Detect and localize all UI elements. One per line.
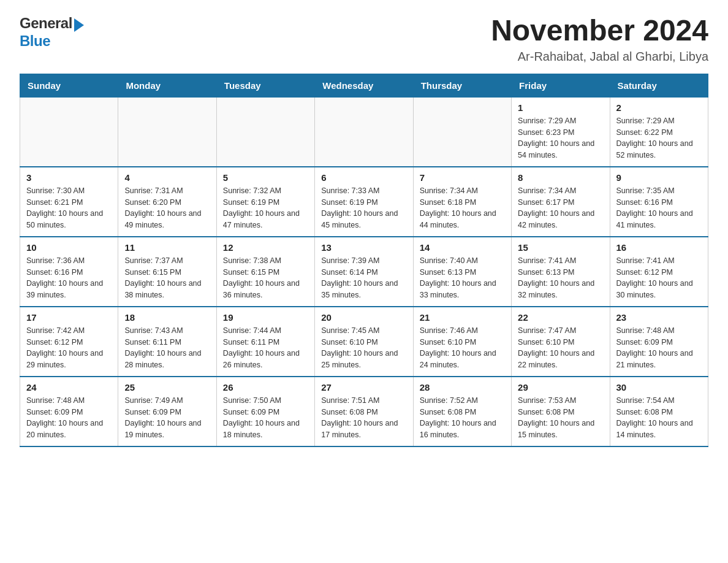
days-of-week-row: SundayMondayTuesdayWednesdayThursdayFrid… <box>20 74 708 97</box>
day-of-week-header: Saturday <box>610 74 708 97</box>
calendar-day-cell: 27Sunrise: 7:51 AMSunset: 6:08 PMDayligh… <box>315 377 413 446</box>
day-info: Sunrise: 7:50 AMSunset: 6:09 PMDaylight:… <box>223 395 308 441</box>
day-info: Sunrise: 7:49 AMSunset: 6:09 PMDaylight:… <box>124 395 210 441</box>
calendar-day-cell <box>216 97 314 167</box>
day-number: 26 <box>223 382 308 393</box>
calendar-day-cell: 22Sunrise: 7:47 AMSunset: 6:10 PMDayligh… <box>512 307 610 377</box>
page-header: General Blue November 2024 Ar-Rahaibat, … <box>20 15 708 64</box>
calendar-day-cell: 7Sunrise: 7:34 AMSunset: 6:18 PMDaylight… <box>413 167 511 237</box>
day-number: 21 <box>420 312 505 323</box>
day-number: 2 <box>616 102 702 113</box>
day-info: Sunrise: 7:46 AMSunset: 6:10 PMDaylight:… <box>420 325 505 371</box>
calendar-day-cell: 17Sunrise: 7:42 AMSunset: 6:12 PMDayligh… <box>20 307 118 377</box>
day-info: Sunrise: 7:54 AMSunset: 6:08 PMDaylight:… <box>616 395 702 441</box>
calendar-subtitle: Ar-Rahaibat, Jabal al Gharbi, Libya <box>491 50 708 64</box>
day-number: 16 <box>616 242 702 253</box>
calendar-table: SundayMondayTuesdayWednesdayThursdayFrid… <box>20 74 708 447</box>
day-number: 30 <box>616 382 702 393</box>
calendar-day-cell: 5Sunrise: 7:32 AMSunset: 6:19 PMDaylight… <box>216 167 314 237</box>
day-info: Sunrise: 7:31 AMSunset: 6:20 PMDaylight:… <box>124 185 210 231</box>
calendar-week-row: 24Sunrise: 7:48 AMSunset: 6:09 PMDayligh… <box>20 377 708 446</box>
day-info: Sunrise: 7:40 AMSunset: 6:13 PMDaylight:… <box>420 255 505 301</box>
calendar-day-cell <box>315 97 413 167</box>
calendar-week-row: 1Sunrise: 7:29 AMSunset: 6:23 PMDaylight… <box>20 97 708 167</box>
day-info: Sunrise: 7:34 AMSunset: 6:17 PMDaylight:… <box>518 185 603 231</box>
day-info: Sunrise: 7:36 AMSunset: 6:16 PMDaylight:… <box>26 255 112 301</box>
day-number: 7 <box>420 172 505 183</box>
day-info: Sunrise: 7:35 AMSunset: 6:16 PMDaylight:… <box>616 185 702 231</box>
calendar-week-row: 3Sunrise: 7:30 AMSunset: 6:21 PMDaylight… <box>20 167 708 237</box>
day-info: Sunrise: 7:29 AMSunset: 6:23 PMDaylight:… <box>518 115 603 161</box>
day-of-week-header: Wednesday <box>315 74 413 97</box>
calendar-day-cell: 15Sunrise: 7:41 AMSunset: 6:13 PMDayligh… <box>512 237 610 307</box>
day-number: 1 <box>518 102 603 113</box>
calendar-day-cell: 26Sunrise: 7:50 AMSunset: 6:09 PMDayligh… <box>216 377 314 446</box>
day-number: 3 <box>26 172 112 183</box>
day-info: Sunrise: 7:48 AMSunset: 6:09 PMDaylight:… <box>26 395 112 441</box>
calendar-day-cell: 29Sunrise: 7:53 AMSunset: 6:08 PMDayligh… <box>512 377 610 446</box>
calendar-week-row: 17Sunrise: 7:42 AMSunset: 6:12 PMDayligh… <box>20 307 708 377</box>
day-number: 4 <box>124 172 210 183</box>
logo: General Blue <box>20 15 84 50</box>
calendar-day-cell: 20Sunrise: 7:45 AMSunset: 6:10 PMDayligh… <box>315 307 413 377</box>
logo-triangle-icon <box>74 18 84 32</box>
day-info: Sunrise: 7:34 AMSunset: 6:18 PMDaylight:… <box>420 185 505 231</box>
day-info: Sunrise: 7:33 AMSunset: 6:19 PMDaylight:… <box>321 185 406 231</box>
day-number: 17 <box>26 312 112 323</box>
day-number: 15 <box>518 242 603 253</box>
day-info: Sunrise: 7:32 AMSunset: 6:19 PMDaylight:… <box>223 185 308 231</box>
day-info: Sunrise: 7:41 AMSunset: 6:13 PMDaylight:… <box>518 255 603 301</box>
day-number: 29 <box>518 382 603 393</box>
calendar-day-cell: 14Sunrise: 7:40 AMSunset: 6:13 PMDayligh… <box>413 237 511 307</box>
day-of-week-header: Friday <box>512 74 610 97</box>
day-number: 9 <box>616 172 702 183</box>
calendar-day-cell: 9Sunrise: 7:35 AMSunset: 6:16 PMDaylight… <box>610 167 708 237</box>
calendar-day-cell: 23Sunrise: 7:48 AMSunset: 6:09 PMDayligh… <box>610 307 708 377</box>
calendar-day-cell: 12Sunrise: 7:38 AMSunset: 6:15 PMDayligh… <box>216 237 314 307</box>
calendar-week-row: 10Sunrise: 7:36 AMSunset: 6:16 PMDayligh… <box>20 237 708 307</box>
logo-text-blue: Blue <box>20 33 50 50</box>
day-info: Sunrise: 7:39 AMSunset: 6:14 PMDaylight:… <box>321 255 406 301</box>
day-number: 14 <box>420 242 505 253</box>
calendar-day-cell <box>20 97 118 167</box>
day-number: 25 <box>124 382 210 393</box>
day-of-week-header: Sunday <box>20 74 118 97</box>
calendar-day-cell: 6Sunrise: 7:33 AMSunset: 6:19 PMDaylight… <box>315 167 413 237</box>
calendar-day-cell: 25Sunrise: 7:49 AMSunset: 6:09 PMDayligh… <box>118 377 216 446</box>
calendar-day-cell <box>118 97 216 167</box>
day-info: Sunrise: 7:43 AMSunset: 6:11 PMDaylight:… <box>124 325 210 371</box>
calendar-day-cell: 19Sunrise: 7:44 AMSunset: 6:11 PMDayligh… <box>216 307 314 377</box>
day-number: 5 <box>223 172 308 183</box>
calendar-day-cell: 16Sunrise: 7:41 AMSunset: 6:12 PMDayligh… <box>610 237 708 307</box>
calendar-day-cell: 21Sunrise: 7:46 AMSunset: 6:10 PMDayligh… <box>413 307 511 377</box>
day-info: Sunrise: 7:47 AMSunset: 6:10 PMDaylight:… <box>518 325 603 371</box>
calendar-day-cell: 13Sunrise: 7:39 AMSunset: 6:14 PMDayligh… <box>315 237 413 307</box>
day-number: 22 <box>518 312 603 323</box>
day-number: 18 <box>124 312 210 323</box>
day-info: Sunrise: 7:29 AMSunset: 6:22 PMDaylight:… <box>616 115 702 161</box>
day-number: 28 <box>420 382 505 393</box>
day-info: Sunrise: 7:37 AMSunset: 6:15 PMDaylight:… <box>124 255 210 301</box>
calendar-day-cell: 11Sunrise: 7:37 AMSunset: 6:15 PMDayligh… <box>118 237 216 307</box>
day-number: 20 <box>321 312 406 323</box>
calendar-title: November 2024 <box>491 15 708 47</box>
day-of-week-header: Tuesday <box>216 74 314 97</box>
calendar-day-cell: 3Sunrise: 7:30 AMSunset: 6:21 PMDaylight… <box>20 167 118 237</box>
day-info: Sunrise: 7:42 AMSunset: 6:12 PMDaylight:… <box>26 325 112 371</box>
day-number: 11 <box>124 242 210 253</box>
calendar-day-cell: 18Sunrise: 7:43 AMSunset: 6:11 PMDayligh… <box>118 307 216 377</box>
calendar-day-cell <box>413 97 511 167</box>
logo-text-general: General <box>20 15 72 31</box>
day-of-week-header: Thursday <box>413 74 511 97</box>
day-number: 13 <box>321 242 406 253</box>
calendar-day-cell: 28Sunrise: 7:52 AMSunset: 6:08 PMDayligh… <box>413 377 511 446</box>
day-info: Sunrise: 7:51 AMSunset: 6:08 PMDaylight:… <box>321 395 406 441</box>
day-number: 23 <box>616 312 702 323</box>
day-info: Sunrise: 7:45 AMSunset: 6:10 PMDaylight:… <box>321 325 406 371</box>
calendar-header: SundayMondayTuesdayWednesdayThursdayFrid… <box>20 74 708 97</box>
calendar-day-cell: 30Sunrise: 7:54 AMSunset: 6:08 PMDayligh… <box>610 377 708 446</box>
day-number: 24 <box>26 382 112 393</box>
day-number: 10 <box>26 242 112 253</box>
day-number: 6 <box>321 172 406 183</box>
day-info: Sunrise: 7:48 AMSunset: 6:09 PMDaylight:… <box>616 325 702 371</box>
